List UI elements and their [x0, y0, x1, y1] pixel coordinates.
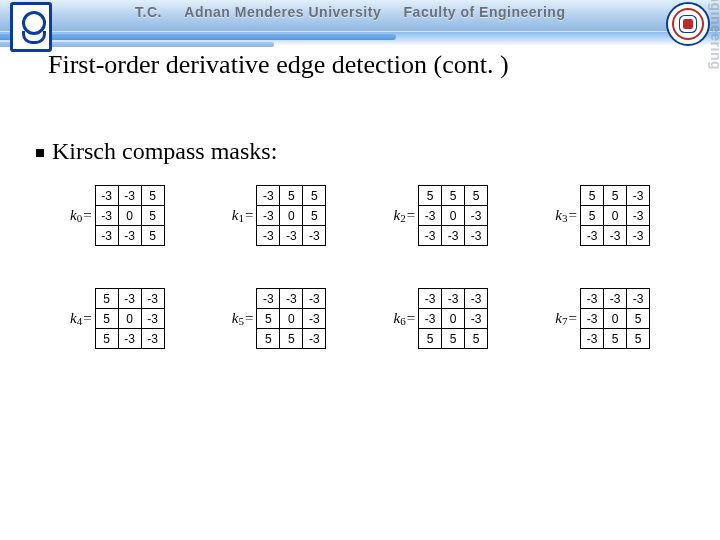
- mask-k3: k3= 55-3 50-3 -3-3-3: [555, 185, 650, 246]
- bullet-text: Kirsch compass masks:: [52, 138, 277, 164]
- masks-row-2: k4= 5-3-3 50-3 5-3-3 k5= -3-3-3 50-3 55-…: [70, 288, 650, 349]
- mask-label: k1=: [232, 207, 254, 224]
- masks-container: k0= -3-35 -305 -3-35 k1= -355 -305 -3-3-…: [70, 185, 650, 391]
- mask-grid: -3-3-3 -305 -355: [580, 288, 650, 349]
- masks-row-1: k0= -3-35 -305 -3-35 k1= -355 -305 -3-3-…: [70, 185, 650, 246]
- mask-label: k7=: [555, 310, 577, 327]
- slide-title: First-order derivative edge detection (c…: [48, 50, 509, 80]
- mask-k4: k4= 5-3-3 50-3 5-3-3: [70, 288, 165, 349]
- side-watermark: T.C. Adnan Menderes University Faculty o…: [686, 70, 710, 530]
- mask-k2: k2= 555 -30-3 -3-3-3: [394, 185, 489, 246]
- slide-bullet: Kirsch compass masks:: [36, 138, 277, 165]
- watermark-faculty: Faculty of Engineering: [708, 0, 720, 70]
- ribbon-stripe-icon: [0, 34, 396, 40]
- mask-grid: -3-3-3 50-3 55-3: [256, 288, 326, 349]
- mask-k5: k5= -3-3-3 50-3 55-3: [232, 288, 327, 349]
- banner-text: T.C. Adnan Menderes University Faculty o…: [135, 4, 660, 20]
- faculty-logo-icon: [666, 2, 710, 46]
- mask-grid: -355 -305 -3-3-3: [256, 185, 326, 246]
- banner-faculty: Faculty of Engineering: [404, 4, 566, 20]
- university-logo-icon: [10, 2, 52, 52]
- mask-label: k4=: [70, 310, 92, 327]
- mask-label: k6=: [394, 310, 416, 327]
- mask-grid: 555 -30-3 -3-3-3: [418, 185, 488, 246]
- mask-grid: -3-3-3 -30-3 555: [418, 288, 488, 349]
- mask-grid: -3-35 -305 -3-35: [95, 185, 165, 246]
- banner-ribbon: [0, 32, 720, 46]
- mask-label: k3=: [555, 207, 577, 224]
- mask-k1: k1= -355 -305 -3-3-3: [232, 185, 327, 246]
- banner-university: Adnan Menderes University: [184, 4, 381, 20]
- mask-grid: 55-3 50-3 -3-3-3: [580, 185, 650, 246]
- mask-k6: k6= -3-3-3 -30-3 555: [394, 288, 489, 349]
- bullet-square-icon: [36, 149, 44, 157]
- mask-k7: k7= -3-3-3 -305 -355: [555, 288, 650, 349]
- banner-tc: T.C.: [135, 4, 162, 20]
- mask-label: k0=: [70, 207, 92, 224]
- mask-label: k2=: [394, 207, 416, 224]
- mask-label: k5=: [232, 310, 254, 327]
- mask-grid: 5-3-3 50-3 5-3-3: [95, 288, 165, 349]
- mask-k0: k0= -3-35 -305 -3-35: [70, 185, 165, 246]
